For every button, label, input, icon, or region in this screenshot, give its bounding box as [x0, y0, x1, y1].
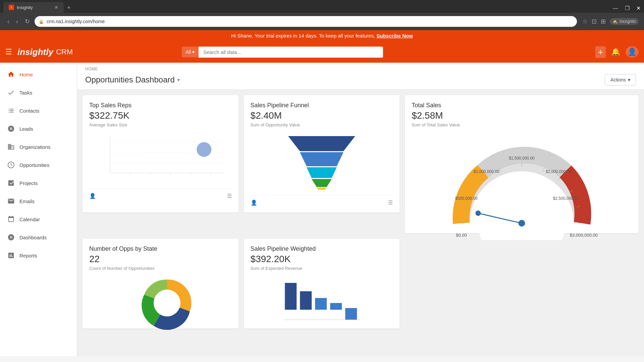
widget-number-opps: Number of Opps by State 22 Count of Numb…	[83, 239, 238, 328]
list-view-icon-funnel[interactable]: ☰	[388, 199, 393, 206]
total-sales-title: Total Sales	[412, 102, 632, 109]
tasks-icon	[7, 88, 15, 97]
sidebar-item-leads[interactable]: Leads	[0, 120, 77, 138]
svg-point-17	[478, 180, 566, 240]
dashboard-grid-row2: Number of Opps by State 22 Count of Numb…	[77, 239, 644, 334]
sidebar-item-dashboards-label: Dashboards	[19, 235, 47, 240]
back-button[interactable]: ‹	[5, 17, 11, 26]
sidebar-item-calendar[interactable]: Calendar	[0, 210, 77, 228]
search-scope-button[interactable]: All ▾	[182, 47, 199, 57]
extensions-icon[interactable]: ⊡	[592, 18, 597, 25]
app-header: ☰ insightly CRM All ▾ + 🔔 👤	[0, 41, 644, 63]
sidebar-item-dashboards[interactable]: Dashboards	[0, 228, 77, 246]
sidebar-item-reports-label: Reports	[19, 253, 37, 258]
bookmark-icon[interactable]: ☆	[582, 18, 588, 25]
breadcrumb: HOME	[85, 67, 636, 71]
maximize-button[interactable]: ❐	[622, 4, 633, 13]
title-dropdown-arrow[interactable]: ▾	[177, 77, 180, 82]
browser-tab-active[interactable]: I Insightly ✕	[3, 2, 64, 13]
top-sales-reps-value: $322.75K	[89, 110, 232, 121]
gauge-chart: $0.00 $500,000.00 $1,000,000.00 $1,500,0…	[412, 133, 632, 227]
svg-text:$1,000,000.00: $1,000,000.00	[474, 169, 499, 174]
tab-title: Insightly	[17, 5, 33, 10]
svg-rect-40	[285, 283, 297, 310]
svg-rect-41	[300, 291, 312, 310]
sales-pipeline-funnel-title: Sales Pipeline Funnel	[251, 102, 393, 109]
crm-label: CRM	[56, 48, 73, 56]
logo-area: insightly CRM	[17, 47, 73, 57]
dashboard-grid-row1: Top Sales Reps $322.75K Average Sales Si…	[77, 90, 644, 239]
top-sales-reps-subtitle: Average Sales Size	[89, 122, 232, 127]
sidebar: Home Tasks Contacts Leads Organizations	[0, 63, 77, 356]
top-sales-reps-chart	[89, 133, 232, 183]
svg-text:$0.00: $0.00	[456, 233, 467, 238]
header-actions: + 🔔 👤	[595, 46, 639, 58]
close-button[interactable]: ✕	[633, 4, 644, 13]
add-button[interactable]: +	[595, 46, 606, 58]
sidebar-item-contacts[interactable]: Contacts	[0, 102, 77, 120]
number-opps-subtitle: Count of Number of Opportunities	[89, 266, 232, 271]
top-sales-reps-title: Top Sales Reps	[89, 102, 232, 109]
user-avatar[interactable]: 👤	[626, 46, 639, 58]
sidebar-item-emails[interactable]: Emails	[0, 192, 77, 210]
sidebar-item-tasks[interactable]: Tasks	[0, 83, 77, 102]
search-area: All ▾	[182, 47, 383, 58]
forward-button[interactable]: ›	[14, 17, 20, 26]
svg-text:$3,000,000.00: $3,000,000.00	[570, 233, 598, 238]
new-tab-button[interactable]: +	[64, 3, 77, 13]
tab-close-button[interactable]: ✕	[54, 5, 58, 10]
page-title: Opportunities Dashboard ▾	[85, 75, 180, 84]
person-icon-funnel[interactable]: 👤	[251, 199, 257, 206]
svg-marker-15	[312, 179, 332, 187]
person-icon[interactable]: 👤	[89, 193, 96, 199]
sidebar-item-reports[interactable]: Reports	[0, 246, 77, 264]
sidebar-item-home[interactable]: Home	[0, 65, 77, 83]
number-opps-title: Number of Opps by State	[89, 245, 232, 252]
logo-text: insightly	[17, 47, 53, 57]
minimize-button[interactable]: —	[609, 4, 622, 13]
sidebar-item-opportunities[interactable]: Opportunities	[0, 156, 77, 174]
total-sales-subtitle: Sum of Total Sales Value	[412, 122, 632, 127]
list-view-icon[interactable]: ☰	[227, 193, 232, 199]
sidebar-item-projects[interactable]: Projects	[0, 174, 77, 192]
browser-chrome: I Insightly ✕ + — ❐ ✕ ‹ › ↻ 🔒 ☆ ⊡ ⊞ 🕵 In…	[0, 0, 644, 30]
contacts-icon	[7, 106, 15, 115]
refresh-button[interactable]: ↻	[23, 16, 32, 26]
svg-rect-44	[345, 308, 357, 320]
calendar-icon	[7, 215, 15, 224]
svg-point-20	[476, 210, 481, 216]
incognito-icon: 🕵	[612, 19, 618, 24]
actions-button[interactable]: Actions ▾	[605, 74, 636, 85]
svg-rect-42	[315, 298, 327, 310]
sales-pipeline-weighted-subtitle: Sum of Expected Revenue	[251, 266, 393, 271]
svg-text:$2,000,000.00: $2,000,000.00	[546, 169, 572, 174]
svg-point-19	[519, 220, 525, 227]
home-icon	[7, 70, 15, 79]
address-bar-container[interactable]: 🔒	[35, 16, 577, 27]
address-bar[interactable]	[47, 19, 573, 24]
widget-top-sales-reps: Top Sales Reps $322.75K Average Sales Si…	[83, 95, 238, 213]
sidebar-item-organizations[interactable]: Organizations	[0, 138, 77, 156]
sales-pipeline-weighted-value: $392.20K	[251, 254, 393, 264]
subscribe-link[interactable]: Subscribe Now	[376, 33, 413, 39]
notifications-bell-icon[interactable]: 🔔	[611, 48, 620, 56]
emails-icon	[7, 197, 15, 205]
leads-icon	[7, 124, 15, 133]
sidebar-item-home-label: Home	[19, 72, 33, 77]
reports-icon	[7, 251, 15, 260]
split-view-icon[interactable]: ⊞	[601, 18, 606, 25]
svg-marker-16	[317, 188, 327, 190]
top-sales-reps-footer: 👤 ☰	[89, 188, 232, 199]
chevron-down-icon: ▾	[192, 49, 195, 55]
hamburger-menu-button[interactable]: ☰	[5, 48, 12, 56]
svg-point-6	[197, 142, 211, 157]
trial-banner: Hi Shane. Your trial expires in 14 days.…	[0, 30, 644, 41]
projects-icon	[7, 179, 15, 187]
page-title-row: Opportunities Dashboard ▾ Actions ▾	[85, 74, 636, 89]
search-input[interactable]	[199, 47, 383, 58]
svg-point-39	[154, 290, 180, 316]
svg-text:$1,500,000.00: $1,500,000.00	[509, 156, 535, 161]
actions-chevron-icon: ▾	[628, 77, 630, 82]
svg-marker-13	[300, 152, 343, 166]
sidebar-item-opportunities-label: Opportunities	[19, 162, 49, 168]
